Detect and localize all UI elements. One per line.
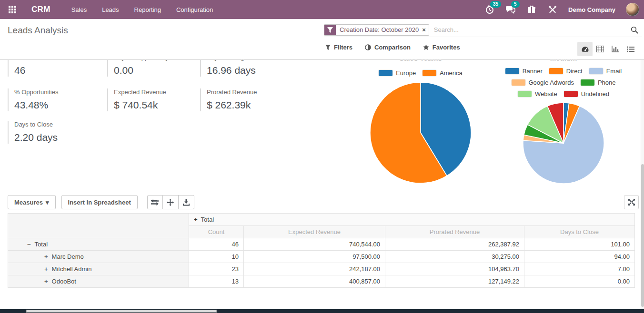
legend-label: Banner: [523, 68, 543, 75]
control-panel: Leads Analysis Creation Date: October 20…: [0, 19, 644, 59]
legend-item[interactable]: Phone: [581, 79, 616, 86]
legend-item[interactable]: Website: [518, 90, 557, 98]
menu-reporting[interactable]: Reporting: [134, 6, 161, 13]
pivot-row-header[interactable]: +OdooBot: [8, 275, 189, 288]
legend-label: Europe: [396, 69, 416, 77]
search-options: Filters Comparison Favorites: [325, 44, 460, 51]
vertical-scrollbar[interactable]: [641, 60, 644, 309]
legend-swatch: [512, 79, 525, 86]
pivot-cell: 101.00: [524, 238, 635, 251]
pivot-table-icon: [596, 46, 604, 52]
legend-swatch: [589, 68, 603, 74]
search-facet: Creation Date: October 2020 ×: [324, 24, 429, 36]
table-row: +Marc Demo1097,500.0030,275.0094.00: [8, 251, 635, 263]
expand-all-button[interactable]: [163, 195, 179, 209]
developer-tools-button[interactable]: [547, 4, 558, 15]
pivot-cell: 242,187.00: [244, 263, 385, 275]
menu-configuration[interactable]: Configuration: [176, 6, 213, 13]
search-bar[interactable]: Creation Date: October 2020 × Search...: [324, 24, 642, 37]
menu-leads[interactable]: Leads: [102, 6, 119, 13]
app-title[interactable]: CRM: [31, 5, 50, 14]
plus-icon: +: [194, 216, 198, 223]
kpi-days-to-close[interactable]: Days to Close 2.20 days: [8, 121, 101, 144]
legend-item[interactable]: Banner: [505, 68, 543, 75]
kpi-prorated-revenue[interactable]: Prorated Revenue $ 262.39k: [200, 88, 293, 111]
collapse-icon: −: [27, 241, 31, 248]
legend-item[interactable]: America: [423, 69, 463, 77]
medium-legend: BannerDirectEmailGoogle AdwordsPhoneWebs…: [497, 68, 630, 98]
download-icon: [183, 199, 190, 206]
kpi-days-to-assign[interactable]: Days to Assign 16.96 days: [200, 60, 293, 77]
kpi-value: 46: [14, 64, 101, 77]
pivot-column-group-total[interactable]: +Total: [189, 214, 635, 226]
pivot-toolbar: Measures▾ Insert in Spreadsheet: [8, 195, 639, 209]
pivot-measure-header[interactable]: Expected Revenue: [244, 226, 385, 238]
top-navbar: CRM Sales Leads Reporting Configuration …: [0, 0, 644, 19]
kpi-opportunities-pct[interactable]: % Opportunities 43.48%: [8, 88, 101, 111]
kpi-label: Days to Close: [14, 121, 101, 128]
search-icon[interactable]: [631, 26, 638, 34]
download-button[interactable]: [179, 195, 194, 209]
pivot-measure-header[interactable]: Prorated Revenue: [385, 226, 524, 238]
legend-label: Undefined: [581, 90, 609, 98]
filters-button[interactable]: Filters: [325, 44, 352, 51]
pivot-measure-header[interactable]: Count: [189, 226, 244, 238]
legend-item[interactable]: Undefined: [564, 90, 609, 98]
favorites-button[interactable]: Favorites: [423, 44, 460, 51]
pivot-colgroup-row: +Total: [8, 214, 635, 226]
pivot-cell: 23: [189, 263, 244, 275]
pivot-cell: 46: [189, 238, 244, 251]
sales-teams-pie-chart[interactable]: [369, 81, 472, 184]
legend-swatch: [581, 79, 594, 86]
comparison-icon: [365, 44, 371, 50]
vertical-scrollbar-thumb[interactable]: [641, 164, 644, 307]
legend-item[interactable]: Direct: [549, 68, 583, 75]
pivot-row-header[interactable]: −Total: [8, 238, 189, 251]
pivot-row-header[interactable]: +Mitchell Admin: [8, 263, 189, 275]
medium-pie-chart[interactable]: [522, 102, 605, 185]
view-graph-button[interactable]: [608, 42, 623, 56]
list-icon: [627, 46, 634, 52]
legend-label: Website: [535, 90, 557, 98]
measures-button[interactable]: Measures▾: [8, 195, 56, 209]
horizontal-scrollbar-thumb[interactable]: [26, 310, 217, 313]
legend-item[interactable]: Google Adwords: [512, 79, 574, 86]
menu-sales[interactable]: Sales: [71, 6, 87, 13]
gift-button[interactable]: [526, 4, 537, 15]
view-pivot-button[interactable]: [593, 42, 608, 56]
bar-chart-icon: [612, 46, 619, 52]
pivot-measure-header[interactable]: Days to Close: [524, 226, 635, 238]
activities-button[interactable]: 35: [484, 4, 495, 15]
grid-icon: [9, 6, 16, 13]
kpi-value: $ 740.54k: [114, 99, 200, 111]
kpi-value: 0.00: [114, 64, 200, 77]
fullscreen-button[interactable]: [624, 195, 639, 209]
filter-icon: [325, 45, 331, 50]
remove-facet-button[interactable]: ×: [422, 26, 426, 33]
view-dashboard-button[interactable]: [577, 42, 593, 56]
legend-item[interactable]: Email: [589, 68, 622, 75]
pivot-cell: 13: [189, 275, 244, 288]
activities-badge: 35: [490, 1, 501, 8]
kpi-expected-revenue[interactable]: Expected Revenue $ 740.54k: [107, 88, 200, 111]
chart-title-medium: Medium: [497, 60, 630, 61]
exchange-icon: [151, 199, 159, 205]
horizontal-scrollbar[interactable]: [0, 309, 644, 313]
messages-button[interactable]: 5: [505, 4, 516, 15]
comparison-button[interactable]: Comparison: [365, 44, 411, 51]
flip-axis-button[interactable]: [147, 195, 163, 209]
page-title: Leads Analysis: [8, 25, 68, 36]
search-input[interactable]: Search...: [434, 26, 631, 33]
apps-menu-icon[interactable]: [0, 0, 25, 19]
kpi-label: % Opportunities: [14, 88, 101, 96]
view-list-button[interactable]: [623, 42, 638, 56]
company-switcher[interactable]: Demo Company: [568, 6, 615, 13]
kpi-leads[interactable]: Leads 46: [8, 60, 101, 77]
legend-item[interactable]: Europe: [379, 69, 416, 77]
kpi-label: Days to Opportunity: [114, 60, 200, 61]
avatar[interactable]: [626, 3, 639, 16]
pivot-row-header[interactable]: +Marc Demo: [8, 251, 189, 263]
insert-in-spreadsheet-button[interactable]: Insert in Spreadsheet: [61, 195, 138, 209]
kpi-days-to-opportunity[interactable]: Days to Opportunity 0.00: [107, 60, 200, 77]
pivot-corner-cell: [8, 214, 189, 238]
